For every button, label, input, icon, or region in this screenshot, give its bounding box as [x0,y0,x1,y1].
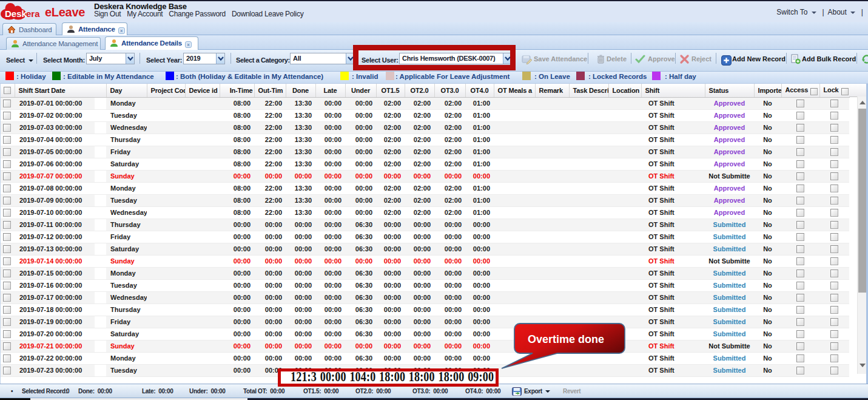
svg-text:Overtime done: Overtime done [528,333,604,345]
svg-text:Desk: Desk [5,8,27,19]
svg-text:era: era [26,8,40,19]
